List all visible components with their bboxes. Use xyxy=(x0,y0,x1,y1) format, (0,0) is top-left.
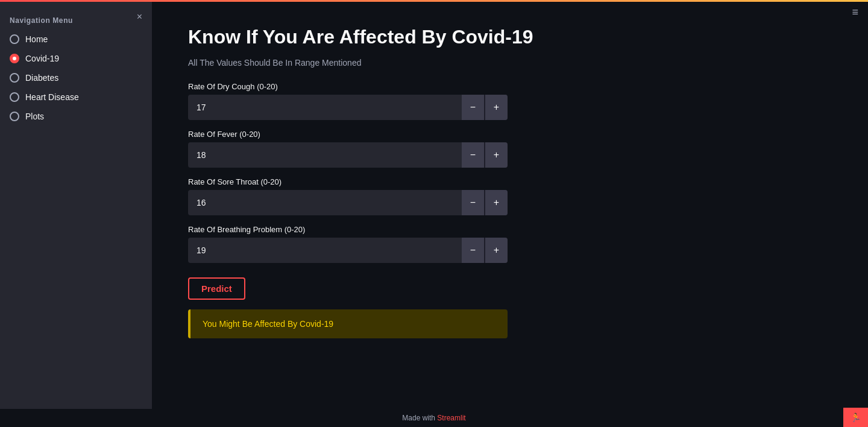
increment-button-0[interactable]: + xyxy=(485,95,508,120)
field-label-1: Rate Of Fever (0-20) xyxy=(188,130,832,139)
hamburger-icon[interactable]: ≡ xyxy=(852,6,858,19)
field-label-0: Rate Of Dry Cough (0-20) xyxy=(188,82,832,91)
number-input-wrapper-1: 18−+ xyxy=(188,142,508,168)
footer: Made with Streamlit xyxy=(0,409,868,427)
field-wrapper-3: Rate Of Breathing Problem (0-20)19−+ xyxy=(188,225,832,263)
number-value-0: 17 xyxy=(188,103,462,112)
number-value-2: 16 xyxy=(188,198,462,207)
main-content: ≡ Know If You Are Affected By Covid-19 A… xyxy=(152,2,868,427)
predict-button[interactable]: Predict xyxy=(188,277,245,300)
sidebar-item-heart-disease[interactable]: Heart Disease xyxy=(0,87,152,107)
number-value-1: 18 xyxy=(188,150,462,160)
increment-button-3[interactable]: + xyxy=(485,238,508,263)
field-wrapper-0: Rate Of Dry Cough (0-20)17−+ xyxy=(188,82,832,120)
nav-radio-2 xyxy=(10,73,19,83)
number-input-wrapper-0: 17−+ xyxy=(188,95,508,120)
decrement-button-0[interactable]: − xyxy=(462,95,485,120)
increment-button-1[interactable]: + xyxy=(485,142,508,168)
nav-label-4: Plots xyxy=(25,112,44,121)
field-wrapper-2: Rate Of Sore Throat (0-20)16−+ xyxy=(188,177,832,215)
nav-radio-4 xyxy=(10,112,19,121)
decrement-button-2[interactable]: − xyxy=(462,190,485,215)
nav-label-3: Heart Disease xyxy=(25,92,79,102)
nav-menu-label: Navigation Menu xyxy=(0,2,152,30)
page-title: Know If You Are Affected By Covid-19 xyxy=(188,26,832,48)
streamlit-badge[interactable]: 🏃 xyxy=(843,408,868,427)
sidebar-item-home[interactable]: Home xyxy=(0,30,152,49)
field-label-3: Rate Of Breathing Problem (0-20) xyxy=(188,225,832,234)
sidebar-item-covid-19[interactable]: Covid-19 xyxy=(0,49,152,68)
nav-radio-1 xyxy=(10,54,19,63)
subtitle-text: All The Values Should Be In Range Mentio… xyxy=(188,58,832,68)
number-input-wrapper-2: 16−+ xyxy=(188,190,508,215)
footer-streamlit-link[interactable]: Streamlit xyxy=(437,414,465,422)
nav-label-1: Covid-19 xyxy=(25,54,59,63)
top-accent-bar xyxy=(0,0,868,2)
number-input-wrapper-3: 19−+ xyxy=(188,238,508,263)
sidebar: × Navigation Menu HomeCovid-19DiabetesHe… xyxy=(0,2,152,427)
nav-radio-3 xyxy=(10,92,19,102)
footer-made-with: Made with xyxy=(402,414,435,422)
number-value-3: 19 xyxy=(188,245,462,255)
sidebar-item-diabetes[interactable]: Diabetes xyxy=(0,68,152,87)
nav-label-0: Home xyxy=(25,34,48,44)
field-label-2: Rate Of Sore Throat (0-20) xyxy=(188,177,832,186)
result-box: You Might Be Affected By Covid-19 xyxy=(188,309,508,338)
field-wrapper-1: Rate Of Fever (0-20)18−+ xyxy=(188,130,832,168)
decrement-button-3[interactable]: − xyxy=(462,238,485,263)
sidebar-close-button[interactable]: × xyxy=(137,11,142,22)
sidebar-item-plots[interactable]: Plots xyxy=(0,107,152,126)
decrement-button-1[interactable]: − xyxy=(462,142,485,168)
increment-button-2[interactable]: + xyxy=(485,190,508,215)
nav-radio-0 xyxy=(10,34,19,44)
nav-label-2: Diabetes xyxy=(25,73,58,83)
